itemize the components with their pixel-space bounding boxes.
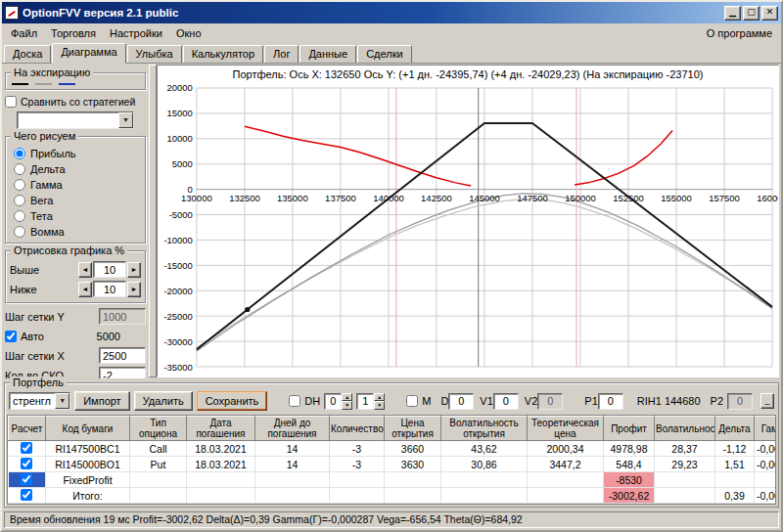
- tab-deals[interactable]: Сделки: [357, 45, 412, 63]
- spin-down-icon[interactable]: ▼: [374, 401, 385, 410]
- menu-file[interactable]: Файл: [4, 25, 44, 41]
- draw-option-vomma[interactable]: Вомма: [14, 224, 141, 239]
- dh-checkbox[interactable]: [289, 395, 300, 407]
- row-calc-checkbox[interactable]: [21, 458, 32, 469]
- strategy-select[interactable]: ▼: [17, 111, 134, 129]
- menu-window[interactable]: Окно: [169, 25, 208, 41]
- hover-marker: [245, 307, 250, 312]
- svg-text:-15000: -15000: [163, 260, 192, 271]
- column-header[interactable]: Гамма: [755, 417, 777, 441]
- below-increase-button[interactable]: ►: [127, 282, 141, 297]
- field-V1[interactable]: [493, 393, 519, 410]
- auto-checkbox[interactable]: [5, 331, 17, 342]
- cell: [715, 472, 755, 488]
- menu-about[interactable]: О программе: [700, 25, 779, 41]
- grid-step-x-input[interactable]: [99, 347, 146, 364]
- radio-vega[interactable]: [14, 195, 25, 206]
- dh-value-2-input[interactable]: [356, 393, 374, 410]
- draw-option-gamma[interactable]: Гамма: [14, 177, 141, 192]
- spin-up-icon[interactable]: ▲: [374, 393, 385, 402]
- portfolio-strategy-value: стренгл: [10, 393, 55, 409]
- tab-log[interactable]: Лог: [264, 45, 299, 63]
- radio-vomma[interactable]: [14, 226, 25, 238]
- table-row[interactable]: RI145000BO1Put18.03.202114-3363030,86344…: [9, 457, 777, 472]
- column-header[interactable]: Профит: [604, 417, 655, 441]
- collapse-button[interactable]: _: [760, 393, 774, 409]
- field-P1[interactable]: [598, 393, 623, 410]
- draw-option-delta[interactable]: Дельта: [14, 161, 141, 176]
- column-header[interactable]: Волатильность: [655, 417, 715, 441]
- radio-label-vega: Вега: [30, 195, 53, 206]
- row-calc-checkbox[interactable]: [21, 442, 32, 454]
- table-row[interactable]: Итого:-3002,620,39-0,00028: [9, 488, 777, 504]
- positions-table-wrap: РасчетКод бумагиТип опционаДата погашени…: [7, 415, 776, 505]
- below-decrease-button[interactable]: ◄: [78, 282, 92, 297]
- column-header[interactable]: Количество: [330, 417, 385, 441]
- menu-items: ФайлТорговляНастройкиОкно: [4, 25, 208, 41]
- tab-board[interactable]: Доска: [4, 45, 51, 63]
- dh-value-1-input[interactable]: [324, 393, 342, 410]
- maximize-button[interactable]: ▢: [743, 6, 760, 21]
- radio-theta[interactable]: [14, 210, 25, 222]
- column-header[interactable]: Теоретическая цена: [528, 417, 604, 441]
- cell: [385, 472, 441, 488]
- column-header[interactable]: Дельта: [715, 417, 755, 441]
- save-button[interactable]: Сохранить: [197, 391, 268, 411]
- chart-canvas[interactable]: 1300001325001350001375001400001425001450…: [158, 82, 778, 377]
- radio-profit[interactable]: [14, 148, 25, 159]
- tab-smile[interactable]: Улыбка: [127, 45, 182, 63]
- compare-strategy-row: Сравнить со стратегией: [5, 94, 146, 110]
- draw-option-theta[interactable]: Тета: [14, 208, 141, 223]
- table-row[interactable]: RI147500BC1Call18.03.202114-3366043,6220…: [9, 441, 777, 457]
- row-calc-checkbox[interactable]: [21, 473, 32, 485]
- delete-button[interactable]: Удалить: [134, 391, 193, 411]
- draw-what-title: Чего рисуем: [11, 130, 78, 142]
- svg-text:-5000: -5000: [169, 209, 193, 220]
- cell: 3630: [385, 457, 441, 472]
- close-button[interactable]: ✕: [761, 6, 778, 21]
- menu-trade[interactable]: Торговля: [44, 25, 103, 41]
- column-header[interactable]: Волатильность открытия: [441, 417, 528, 441]
- above-decrease-button[interactable]: ◄: [78, 262, 92, 278]
- draw-option-vega[interactable]: Вега: [14, 193, 141, 207]
- row-calc-checkbox[interactable]: [21, 489, 32, 501]
- chevron-down-icon[interactable]: ▼: [118, 112, 133, 128]
- render-above-row: Выше ◄ ►: [10, 260, 141, 279]
- column-header[interactable]: Тип опциона: [130, 417, 187, 441]
- radio-gamma[interactable]: [14, 179, 25, 191]
- tab-data[interactable]: Данные: [299, 45, 356, 63]
- portfolio-strategy-select[interactable]: стренгл ▼: [9, 392, 70, 410]
- grid-step-y-row: Шаг сетки Y: [5, 307, 146, 326]
- column-header[interactable]: Цена открытия: [385, 417, 441, 441]
- column-header[interactable]: Дней до погашения: [255, 417, 330, 441]
- radio-delta[interactable]: [14, 163, 25, 175]
- cell: 14: [255, 457, 330, 472]
- minimize-button[interactable]: ▁: [724, 6, 741, 21]
- m-checkbox[interactable]: [406, 395, 418, 407]
- tab-diagram[interactable]: Диаграмма: [52, 43, 125, 64]
- svg-text:-35000: -35000: [163, 362, 192, 373]
- column-header[interactable]: Код бумаги: [46, 417, 130, 441]
- above-increase-button[interactable]: ►: [127, 262, 141, 278]
- compare-strategy-checkbox[interactable]: [5, 96, 17, 108]
- cell: 14: [255, 441, 330, 457]
- spin-down-icon[interactable]: ▼: [342, 401, 352, 410]
- profit-cell: 548,4: [604, 457, 655, 472]
- tab-calculator[interactable]: Калькулятор: [183, 45, 263, 63]
- menu-settings[interactable]: Настройки: [103, 25, 169, 41]
- column-header[interactable]: Дата погашения: [187, 417, 255, 441]
- chevron-down-icon[interactable]: ▼: [55, 393, 69, 409]
- import-button[interactable]: Импорт: [74, 391, 129, 411]
- below-value-input[interactable]: [93, 281, 126, 297]
- chart-area: Портфель: Ось X: 132650 Ось Y: (+1 дн. -…: [157, 65, 779, 377]
- above-value-input[interactable]: [93, 261, 126, 278]
- sko-input[interactable]: [99, 367, 146, 378]
- panel-splitter[interactable]: [149, 65, 157, 377]
- profit-cell: 4978,98: [604, 441, 655, 457]
- spin-up-icon[interactable]: ▲: [342, 393, 352, 402]
- draw-option-profit[interactable]: Прибыль: [14, 146, 141, 160]
- column-header[interactable]: Расчет: [9, 417, 46, 441]
- table-row[interactable]: FixedProfit-8530: [9, 472, 777, 488]
- cell: Итого:: [46, 488, 130, 504]
- field-D[interactable]: [448, 393, 474, 410]
